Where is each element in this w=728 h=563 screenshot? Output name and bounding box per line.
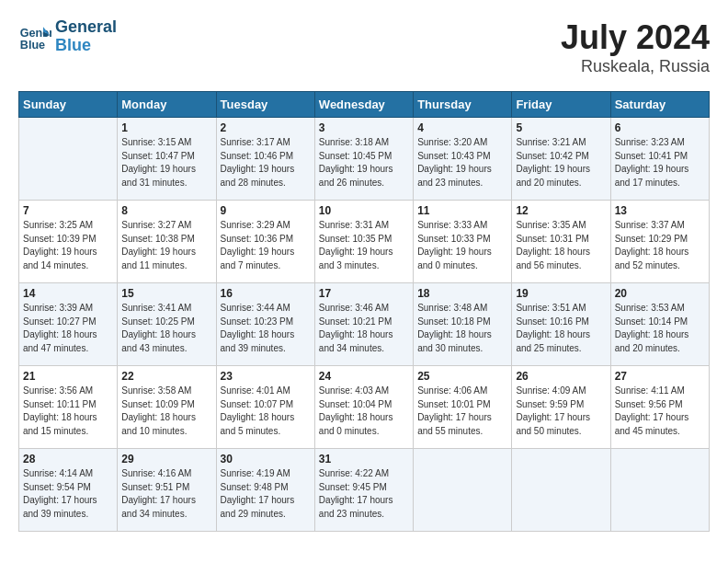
week-row-2: 7Sunrise: 3:25 AM Sunset: 10:39 PM Dayli… (19, 201, 710, 283)
day-info: Sunrise: 3:37 AM Sunset: 10:29 PM Daylig… (615, 219, 705, 272)
day-info: Sunrise: 3:25 AM Sunset: 10:39 PM Daylig… (23, 219, 113, 272)
day-number: 22 (121, 370, 211, 383)
logo: General Blue General Blue (18, 18, 117, 55)
svg-text:Blue: Blue (20, 38, 45, 51)
day-cell: 10Sunrise: 3:31 AM Sunset: 10:35 PM Dayl… (314, 201, 413, 283)
day-cell: 9Sunrise: 3:29 AM Sunset: 10:36 PM Dayli… (216, 201, 314, 283)
day-number: 25 (417, 370, 507, 383)
day-header-saturday: Saturday (610, 92, 709, 118)
day-info: Sunrise: 3:56 AM Sunset: 10:11 PM Daylig… (23, 385, 113, 438)
day-number: 26 (516, 370, 606, 383)
day-info: Sunrise: 4:06 AM Sunset: 10:01 PM Daylig… (417, 385, 507, 438)
day-number: 30 (221, 453, 311, 465)
day-number: 6 (615, 121, 705, 134)
day-cell: 14Sunrise: 3:39 AM Sunset: 10:27 PM Dayl… (19, 283, 118, 366)
day-cell: 25Sunrise: 4:06 AM Sunset: 10:01 PM Dayl… (414, 366, 512, 449)
location-title: Ruskeala, Russia (561, 57, 710, 76)
page-header: General Blue General Blue July 2024 Rusk… (18, 18, 710, 76)
day-number: 9 (221, 204, 311, 217)
day-cell: 18Sunrise: 3:48 AM Sunset: 10:18 PM Dayl… (414, 283, 512, 366)
day-cell: 15Sunrise: 3:41 AM Sunset: 10:25 PM Dayl… (118, 283, 216, 366)
day-number: 3 (319, 121, 409, 134)
day-number: 11 (417, 204, 507, 217)
day-header-thursday: Thursday (414, 92, 512, 118)
day-number: 4 (417, 121, 507, 134)
day-cell: 13Sunrise: 3:37 AM Sunset: 10:29 PM Dayl… (610, 201, 709, 283)
day-cell: 17Sunrise: 3:46 AM Sunset: 10:21 PM Dayl… (314, 283, 413, 366)
calendar-table: SundayMondayTuesdayWednesdayThursdayFrid… (18, 91, 710, 532)
day-info: Sunrise: 3:53 AM Sunset: 10:14 PM Daylig… (615, 302, 705, 355)
day-cell: 19Sunrise: 3:51 AM Sunset: 10:16 PM Dayl… (512, 283, 610, 366)
day-cell (414, 449, 512, 532)
day-info: Sunrise: 3:23 AM Sunset: 10:41 PM Daylig… (615, 136, 705, 190)
day-cell: 4Sunrise: 3:20 AM Sunset: 10:43 PM Dayli… (414, 118, 512, 201)
day-header-wednesday: Wednesday (314, 92, 413, 118)
days-header-row: SundayMondayTuesdayWednesdayThursdayFrid… (19, 92, 710, 118)
day-number: 28 (23, 453, 113, 465)
day-number: 18 (417, 287, 507, 300)
day-cell: 24Sunrise: 4:03 AM Sunset: 10:04 PM Dayl… (314, 366, 413, 449)
day-info: Sunrise: 3:39 AM Sunset: 10:27 PM Daylig… (23, 302, 113, 355)
logo-blue: Blue (55, 37, 117, 55)
day-info: Sunrise: 4:22 AM Sunset: 9:45 PM Dayligh… (319, 467, 409, 521)
day-info: Sunrise: 3:20 AM Sunset: 10:43 PM Daylig… (417, 136, 507, 190)
day-cell: 21Sunrise: 3:56 AM Sunset: 10:11 PM Dayl… (19, 366, 118, 449)
day-header-monday: Monday (118, 92, 216, 118)
day-info: Sunrise: 4:16 AM Sunset: 9:51 PM Dayligh… (121, 467, 211, 521)
day-number: 5 (516, 121, 606, 134)
day-cell: 1Sunrise: 3:15 AM Sunset: 10:47 PM Dayli… (118, 118, 216, 201)
day-number: 14 (23, 287, 113, 300)
day-number: 13 (615, 204, 705, 217)
logo-general: General (55, 18, 117, 37)
day-info: Sunrise: 4:03 AM Sunset: 10:04 PM Daylig… (319, 385, 409, 438)
day-cell: 27Sunrise: 4:11 AM Sunset: 9:56 PM Dayli… (610, 366, 709, 449)
day-info: Sunrise: 3:35 AM Sunset: 10:31 PM Daylig… (516, 219, 606, 272)
day-cell: 6Sunrise: 3:23 AM Sunset: 10:41 PM Dayli… (610, 118, 709, 201)
day-cell: 22Sunrise: 3:58 AM Sunset: 10:09 PM Dayl… (118, 366, 216, 449)
day-number: 10 (319, 204, 409, 217)
day-cell: 3Sunrise: 3:18 AM Sunset: 10:45 PM Dayli… (314, 118, 413, 201)
day-cell: 16Sunrise: 3:44 AM Sunset: 10:23 PM Dayl… (216, 283, 314, 366)
day-number: 20 (615, 287, 705, 300)
week-row-3: 14Sunrise: 3:39 AM Sunset: 10:27 PM Dayl… (19, 283, 710, 366)
title-block: July 2024 Ruskeala, Russia (561, 18, 710, 76)
week-row-5: 28Sunrise: 4:14 AM Sunset: 9:54 PM Dayli… (19, 449, 710, 532)
day-info: Sunrise: 4:11 AM Sunset: 9:56 PM Dayligh… (615, 385, 705, 438)
day-info: Sunrise: 3:33 AM Sunset: 10:33 PM Daylig… (417, 219, 507, 272)
day-cell: 2Sunrise: 3:17 AM Sunset: 10:46 PM Dayli… (216, 118, 314, 201)
day-cell (512, 449, 610, 532)
day-cell: 8Sunrise: 3:27 AM Sunset: 10:38 PM Dayli… (118, 201, 216, 283)
day-info: Sunrise: 3:46 AM Sunset: 10:21 PM Daylig… (319, 302, 409, 355)
week-row-1: 1Sunrise: 3:15 AM Sunset: 10:47 PM Dayli… (19, 118, 710, 201)
day-number: 24 (319, 370, 409, 383)
day-cell (19, 118, 118, 201)
day-info: Sunrise: 3:15 AM Sunset: 10:47 PM Daylig… (121, 136, 211, 190)
day-number: 23 (221, 370, 311, 383)
day-number: 1 (121, 121, 211, 134)
day-info: Sunrise: 3:27 AM Sunset: 10:38 PM Daylig… (121, 219, 211, 272)
day-info: Sunrise: 3:44 AM Sunset: 10:23 PM Daylig… (221, 302, 311, 355)
day-cell: 30Sunrise: 4:19 AM Sunset: 9:48 PM Dayli… (216, 449, 314, 532)
day-number: 15 (121, 287, 211, 300)
day-cell (610, 449, 709, 532)
day-number: 21 (23, 370, 113, 383)
day-cell: 31Sunrise: 4:22 AM Sunset: 9:45 PM Dayli… (314, 449, 413, 532)
logo-icon: General Blue (18, 20, 51, 53)
day-number: 17 (319, 287, 409, 300)
day-cell: 12Sunrise: 3:35 AM Sunset: 10:31 PM Dayl… (512, 201, 610, 283)
day-cell: 23Sunrise: 4:01 AM Sunset: 10:07 PM Dayl… (216, 366, 314, 449)
day-cell: 20Sunrise: 3:53 AM Sunset: 10:14 PM Dayl… (610, 283, 709, 366)
day-info: Sunrise: 3:21 AM Sunset: 10:42 PM Daylig… (516, 136, 606, 190)
day-cell: 26Sunrise: 4:09 AM Sunset: 9:59 PM Dayli… (512, 366, 610, 449)
day-number: 31 (319, 453, 409, 465)
week-row-4: 21Sunrise: 3:56 AM Sunset: 10:11 PM Dayl… (19, 366, 710, 449)
day-header-tuesday: Tuesday (216, 92, 314, 118)
day-header-sunday: Sunday (19, 92, 118, 118)
day-number: 19 (516, 287, 606, 300)
day-info: Sunrise: 3:58 AM Sunset: 10:09 PM Daylig… (121, 385, 211, 438)
day-cell: 7Sunrise: 3:25 AM Sunset: 10:39 PM Dayli… (19, 201, 118, 283)
day-number: 27 (615, 370, 705, 383)
day-cell: 5Sunrise: 3:21 AM Sunset: 10:42 PM Dayli… (512, 118, 610, 201)
day-number: 29 (121, 453, 211, 465)
day-info: Sunrise: 3:29 AM Sunset: 10:36 PM Daylig… (221, 219, 311, 272)
